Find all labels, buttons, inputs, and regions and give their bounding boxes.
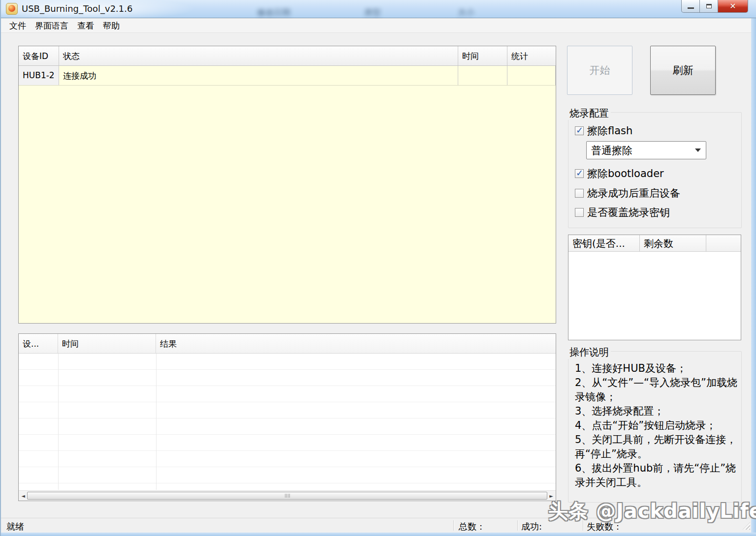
instruction-line: 6、拔出外置hub前，请先“停止”烧录并关闭工具。: [575, 461, 739, 490]
column-header-status[interactable]: 状态: [59, 46, 458, 65]
status-total: 总数：: [459, 521, 485, 533]
scroll-left-arrow-icon[interactable]: ◄: [20, 492, 27, 500]
device-table: 设备ID 状态 时间 统计 HUB1-2 连接成功: [18, 46, 556, 324]
maximize-button[interactable]: [699, 0, 718, 13]
burn-config-legend: 烧录配置: [567, 107, 611, 120]
scrollbar-grip-icon: [285, 494, 290, 498]
overwrite-key-checkbox[interactable]: [575, 208, 584, 217]
column-header-time[interactable]: 时间: [458, 46, 507, 65]
key-table-header: 密钥(是否... 剩余数: [568, 235, 741, 252]
device-status-cell: 连接成功: [59, 66, 458, 85]
column-header-spacer: [706, 235, 741, 251]
horizontal-scrollbar[interactable]: ◄ ►: [19, 490, 556, 501]
status-success: 成功:: [521, 521, 542, 533]
log-table-header: 设... 时间 结果: [19, 334, 556, 354]
reboot-after-burn-option[interactable]: 烧录成功后重启设备: [575, 186, 680, 200]
instruction-line: 2、从“文件”—“导入烧录包”加载烧录镜像；: [575, 376, 739, 404]
erase-mode-dropdown[interactable]: 普通擦除: [586, 141, 706, 159]
reboot-after-burn-checkbox[interactable]: [575, 189, 584, 198]
instruction-line: 1、连接好HUB及设备；: [575, 361, 739, 376]
start-button[interactable]: 开始: [567, 46, 632, 95]
blurred-background-text: 类型: [364, 7, 381, 18]
erase-flash-option[interactable]: 擦除flash: [575, 124, 632, 138]
blurred-background-text: 修改日期: [257, 7, 290, 18]
erase-flash-label: 擦除flash: [587, 124, 632, 138]
device-time-cell: [458, 66, 507, 85]
column-header-device[interactable]: 设...: [19, 334, 58, 353]
erase-flash-checkbox[interactable]: [575, 126, 584, 135]
close-button[interactable]: ✕: [718, 0, 748, 13]
device-row[interactable]: HUB1-2 连接成功: [19, 66, 556, 86]
column-header-stats[interactable]: 统计: [507, 46, 556, 65]
instruction-line: 4、点击“开始”按钮启动烧录；: [575, 418, 739, 433]
device-table-header: 设备ID 状态 时间 统计: [19, 46, 556, 66]
erase-mode-value: 普通擦除: [591, 144, 695, 157]
window-title: USB_Burning_Tool_v2.1.6: [22, 3, 132, 14]
maximize-icon: [706, 4, 712, 8]
minimize-button[interactable]: [681, 0, 700, 13]
status-divider: [517, 520, 518, 531]
column-header-key[interactable]: 密钥(是否...: [568, 235, 640, 251]
log-column-divider: [58, 354, 59, 490]
instructions-legend: 操作说明: [567, 346, 611, 359]
column-header-remaining[interactable]: 剩余数: [640, 235, 706, 251]
close-icon: ✕: [729, 1, 736, 11]
erase-bootloader-option[interactable]: 擦除bootloader: [575, 167, 664, 180]
column-header-log-time[interactable]: 时间: [58, 334, 156, 353]
instructions-text: 1、连接好HUB及设备； 2、从“文件”—“导入烧录包”加载烧录镜像； 3、选择…: [575, 361, 739, 490]
window-edge: [1, 533, 756, 536]
app-window: USB_Burning_Tool_v2.1.6 修改日期 类型 大小 ✕ 文件 …: [0, 0, 756, 536]
erase-bootloader-checkbox[interactable]: [575, 169, 584, 178]
menu-bar: 文件 界面语言 查看 帮助: [1, 19, 756, 33]
log-column-divider: [156, 354, 157, 490]
log-table: 设... 时间 结果 ◄ ►: [18, 333, 556, 501]
menu-help[interactable]: 帮助: [98, 19, 124, 33]
titlebar: USB_Burning_Tool_v2.1.6 修改日期 类型 大小 ✕: [1, 0, 756, 18]
key-table: 密钥(是否... 剩余数: [568, 235, 741, 340]
refresh-button[interactable]: 刷新: [650, 46, 716, 95]
blurred-background-text: 大小: [458, 7, 474, 18]
menu-language[interactable]: 界面语言: [31, 19, 73, 33]
device-id-cell: HUB1-2: [19, 66, 59, 85]
menu-view[interactable]: 查看: [73, 19, 98, 33]
log-table-body: [19, 354, 556, 490]
overwrite-key-label: 是否覆盖烧录密钥: [587, 206, 670, 219]
window-controls: ✕: [681, 0, 748, 14]
device-stats-cell: [507, 66, 556, 85]
window-edge: [751, 18, 756, 536]
watermark: 头条 @JackdailyLife: [548, 498, 756, 525]
overwrite-key-option[interactable]: 是否覆盖烧录密钥: [575, 206, 670, 219]
status-ready: 就绪: [6, 521, 24, 533]
app-icon: [6, 3, 18, 15]
status-divider: [453, 520, 454, 531]
minimize-icon: [688, 7, 694, 9]
scrollbar-thumb[interactable]: [27, 492, 547, 500]
reboot-after-burn-label: 烧录成功后重启设备: [587, 186, 680, 200]
instruction-line: 5、关闭工具前，先断开设备连接，再“停止”烧录。: [575, 433, 739, 461]
erase-bootloader-label: 擦除bootloader: [587, 167, 664, 180]
column-header-device-id[interactable]: 设备ID: [19, 46, 59, 65]
menu-file[interactable]: 文件: [5, 19, 31, 33]
chevron-down-icon: [695, 149, 701, 152]
column-header-result[interactable]: 结果: [156, 334, 556, 353]
instruction-line: 3、选择烧录配置；: [575, 404, 739, 418]
